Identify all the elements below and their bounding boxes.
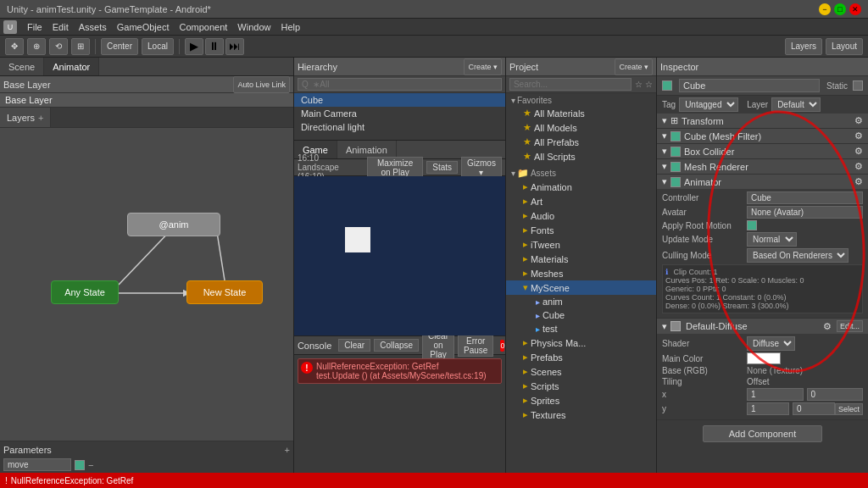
tag-dropdown[interactable]: Untagged [679,97,738,112]
object-active-checkbox[interactable] [662,80,672,91]
avatar-input[interactable] [747,206,863,219]
step-button[interactable]: ⏭ [225,38,244,55]
fav-all-prefabs[interactable]: ★ All Prefabs [506,135,656,149]
new-state-node[interactable]: New State [186,280,263,304]
menu-assets[interactable]: Assets [74,22,112,32]
asset-sprites-folder[interactable]: ▸ Sprites [506,393,656,408]
object-name-input[interactable] [679,79,820,92]
asset-art-folder[interactable]: ▸ Art [506,194,656,208]
menu-window[interactable]: Window [232,22,275,32]
asset-scenes-folder[interactable]: ▸ Scenes [506,364,656,379]
asset-materials-folder[interactable]: ▸ Materials [506,252,656,266]
asset-meshes-folder[interactable]: ▸ Meshes [506,266,656,280]
offset-x-input[interactable] [807,388,864,401]
hierarchy-search-input[interactable] [298,78,502,91]
hierarchy-item-dirlight[interactable]: Directional light [294,120,505,134]
select-button[interactable]: Select [835,403,863,415]
stats-button[interactable]: Stats [426,161,458,174]
asset-audio-folder[interactable]: ▸ Audio [506,208,656,223]
main-color-swatch[interactable] [747,352,781,364]
update-mode-select[interactable]: Normal [747,232,797,247]
box-collider-header[interactable]: ▾ Box Collider ⚙ [657,144,868,158]
tab-animator[interactable]: Animator [44,58,99,75]
material-header[interactable]: ▾ Default-Diffuse ⚙ Edit... [657,319,868,334]
shader-select[interactable]: Diffuse [747,336,795,351]
material-settings-icon[interactable]: ⚙ [823,321,832,332]
maximize-on-play-button[interactable]: Maximize on Play [367,157,423,179]
console-clear-button[interactable]: Clear [338,339,370,352]
hierarchy-item-maincamera[interactable]: Main Camera [294,107,505,120]
mesh-filter-settings-icon[interactable]: ⚙ [854,130,863,141]
hierarchy-item-cube[interactable]: Cube [294,93,505,107]
console-error-pause-button[interactable]: Error Pause [458,335,493,357]
hierarchy-create-button[interactable]: Create ▾ [464,58,502,75]
maximize-button[interactable]: □ [834,3,846,15]
add-component-button[interactable]: Add Component [703,425,823,442]
asset-textures-folder[interactable]: ▸ Textures [506,408,656,422]
param-minus[interactable]: − [88,460,93,470]
menu-edit[interactable]: Edit [47,22,74,32]
console-collapse-button[interactable]: Collapse [374,339,419,352]
close-button[interactable]: ✕ [849,3,861,15]
layout-button[interactable]: Layout [826,38,863,55]
transform-settings-icon[interactable]: ⚙ [854,115,863,126]
tool-translate[interactable]: ⊕ [27,38,46,55]
tool-hand[interactable]: ✥ [5,38,24,55]
menu-file[interactable]: File [22,22,47,32]
box-collider-settings-icon[interactable]: ⚙ [854,146,863,157]
asset-scripts-folder[interactable]: ▸ Scripts [506,379,656,393]
center-button[interactable]: Center [101,38,138,55]
asset-fonts-folder[interactable]: ▸ Fonts [506,223,656,237]
any-state-node[interactable]: Any State [51,280,119,304]
param-checkbox[interactable] [75,460,85,470]
mesh-filter-header[interactable]: ▾ Cube (Mesh Filter) ⚙ [657,129,868,143]
tiling-x-input[interactable] [747,388,804,401]
project-search-input[interactable] [509,78,632,91]
play-button[interactable]: ▶ [185,38,203,55]
material-edit-button[interactable]: Edit... [837,320,863,332]
add-param-icon[interactable]: + [284,445,289,455]
menu-component[interactable]: Component [174,22,232,32]
assets-header[interactable]: ▾ 📁 Assets [506,167,656,180]
pause-button[interactable]: ⏸ [205,38,224,55]
static-checkbox[interactable] [853,80,863,91]
animator-comp-checkbox[interactable] [670,177,681,187]
console-error-item[interactable]: ! NullReferenceException: GetRef test.Up… [298,358,502,384]
menu-gameobject[interactable]: GameObject [112,22,175,32]
apply-root-motion-checkbox[interactable] [747,220,757,230]
culling-mode-select[interactable]: Based On Renderers [747,248,849,263]
menu-help[interactable]: Help [275,22,305,32]
fav-all-models[interactable]: ★ All Models [506,120,656,135]
gizmos-button[interactable]: Gizmos ▾ [461,157,502,179]
mesh-renderer-header[interactable]: ▾ Mesh Renderer ⚙ [657,159,868,174]
param-name-input[interactable] [3,458,71,471]
asset-physics-folder[interactable]: ▸ Physics Ma... [506,336,656,350]
mesh-renderer-settings-icon[interactable]: ⚙ [854,161,863,172]
asset-myscene-folder[interactable]: ▾ MyScene [506,280,656,295]
auto-live-link-button[interactable]: Auto Live Link [233,76,290,93]
project-create-button[interactable]: Create ▾ [615,58,653,75]
tool-scale[interactable]: ⊞ [71,38,90,55]
mesh-renderer-checkbox[interactable] [670,162,681,172]
asset-animation-folder[interactable]: ▸ Animation [506,180,656,194]
animator-comp-settings-icon[interactable]: ⚙ [854,176,863,187]
layers-tab[interactable]: Layers + [0,108,51,127]
offset-y-input[interactable] [793,402,835,415]
asset-prefabs-folder[interactable]: ▸ Prefabs [506,350,656,364]
fav-all-materials[interactable]: ★ All Materials [506,106,656,120]
tiling-y-input[interactable] [747,402,789,415]
layers-button[interactable]: Layers [785,38,822,55]
add-layer-icon[interactable]: + [38,113,43,123]
asset-itween-folder[interactable]: ▸ iTween [506,237,656,252]
transform-header[interactable]: ▾ ⊞ Transform ⚙ [657,114,868,128]
controller-input[interactable] [747,191,863,204]
myscene-cube[interactable]: ▸ Cube [506,308,656,322]
anim-node[interactable]: @anim [127,213,220,236]
animator-comp-header[interactable]: ▾ Animator ⚙ [657,175,868,189]
layer-dropdown[interactable]: Default [771,97,821,112]
myscene-test[interactable]: ▸ test [506,322,656,336]
tool-rotate[interactable]: ⟲ [49,38,68,55]
minimize-button[interactable]: − [819,3,831,15]
mesh-filter-checkbox[interactable] [670,131,681,141]
fav-all-scripts[interactable]: ★ All Scripts [506,149,656,164]
